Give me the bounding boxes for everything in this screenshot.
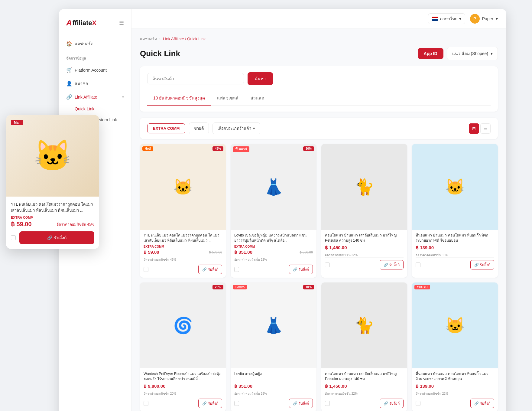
price: ฿ 139.00 bbox=[416, 383, 434, 389]
get-link-button[interactable]: 🔗 รับลิ้งก์ bbox=[380, 399, 404, 408]
floating-checkbox[interactable] bbox=[11, 235, 16, 240]
tabs-row: 10 อันดับค่าคอมมิชชั่นสูงสุด แฟลชเซลล์ ส… bbox=[147, 91, 491, 106]
product-card[interactable]: 🐱 YOUYU ที่นอนแมว บ้านแมว คอนโดแมว ที่นอ… bbox=[412, 282, 498, 411]
product-checkbox[interactable] bbox=[144, 267, 148, 272]
floating-price: ฿ 59.00 bbox=[11, 220, 32, 228]
sidebar-item-member[interactable]: 👤 สมาชิก bbox=[59, 77, 131, 90]
price-row: ฿ 1,450.00 bbox=[325, 245, 404, 250]
product-card[interactable]: 🐈 คอนโดแมว บ้านแมว เสาลับเล็บแมว มาถิใหญ… bbox=[321, 144, 407, 278]
get-link-button[interactable]: 🔗 รับลิ้งก์ bbox=[198, 399, 222, 408]
product-info: ที่นอนแมว บ้านแมว คอนโดแมว ที่นอนกิ๊ก แม… bbox=[412, 368, 498, 411]
product-card[interactable]: 🐱 Hot! 45% YTL ฝนเล็บแมว คอนโดแมวราคาถูก… bbox=[140, 144, 226, 278]
list-view-button[interactable]: ☰ bbox=[480, 123, 491, 134]
page-title: Quick Link bbox=[140, 49, 180, 58]
product-name: Wantech PetDryer Roomเป่าแมว เครื่องเป่า… bbox=[144, 371, 222, 382]
product-card[interactable]: 👗 ปิ๊บแมวซ์ 30% Lovito เบลเซอร์ผู้หญิง แ… bbox=[231, 144, 316, 278]
sold-filter[interactable]: ขายดี bbox=[189, 122, 209, 134]
product-checkbox[interactable] bbox=[234, 267, 239, 272]
header-actions: App ID แนว สีลม (Shopee) ▾ bbox=[418, 47, 498, 60]
content-area: แดชบอร์ด › Link Affiliate / Quick Link Q… bbox=[131, 28, 506, 411]
shopping-cart-icon: 🛒 bbox=[66, 67, 72, 73]
breadcrumb: แดชบอร์ด › Link Affiliate / Quick Link bbox=[140, 36, 498, 42]
floating-get-link-button[interactable]: 🔗 รับลิ้งก์ bbox=[19, 231, 94, 244]
tab-discount[interactable]: ส่วนลด bbox=[245, 91, 270, 106]
get-link-button[interactable]: 🔗 รับลิ้งก์ bbox=[470, 399, 494, 408]
product-card[interactable]: 🐈 คอนโดแมว บ้านแมว เสาลับเล็บแมว มาถิใหญ… bbox=[321, 282, 407, 411]
product-image: 🐈 bbox=[321, 144, 407, 230]
product-emoji: 🐱 bbox=[140, 144, 226, 230]
product-image: 🐈 bbox=[321, 282, 407, 368]
product-checkbox[interactable] bbox=[234, 401, 239, 406]
product-checkbox[interactable] bbox=[325, 263, 330, 267]
user-icon: 👤 bbox=[66, 81, 72, 86]
sidebar-item-platform-account[interactable]: 🛒 Platform Account bbox=[59, 64, 131, 77]
floating-card-name: YTL ฝนเล็บแมว คอนโดแมวราคาถูกคอน โดแมวเส… bbox=[11, 201, 94, 213]
product-card[interactable]: 👗 Lovito 10% Lovito เดรสผู้หญิง ฿ 351.00… bbox=[231, 282, 316, 411]
get-link-button[interactable]: 🔗 รับลิ้งก์ bbox=[198, 265, 222, 274]
product-grid: 🐱 Hot! 45% YTL ฝนเล็บแมว คอนโดแมวราคาถูก… bbox=[140, 144, 498, 411]
sidebar-section-label: จัดการข้อมูล bbox=[59, 51, 131, 64]
price: ฿ 9,800.00 bbox=[144, 383, 166, 389]
price-row: ฿ 9,800.00 bbox=[144, 383, 222, 389]
app-id-button[interactable]: App ID bbox=[418, 48, 443, 59]
product-emoji: 👗 bbox=[231, 144, 316, 230]
price-row: ฿ 59.00 ฿ 570.00 bbox=[144, 250, 222, 255]
price-row: ฿ 1,450.00 bbox=[325, 383, 404, 389]
topbar: ภาษาไทย ▾ P Paper ▾ bbox=[131, 9, 506, 28]
product-name: คอนโดแมว บ้านแมว เสาลับเล็บแมว มาถิใหญ่ … bbox=[325, 371, 404, 382]
product-card[interactable]: 🌀 20% Wantech PetDryer Roomเป่าแมว เครื่… bbox=[140, 282, 226, 411]
commission-badge: อัตราค่าคอมมิชชั่น 22% bbox=[325, 391, 404, 396]
extra-comm-filter[interactable]: EXTRA COMM bbox=[147, 123, 185, 133]
price: ฿ 1,450.00 bbox=[325, 245, 347, 250]
product-emoji: 🐱 bbox=[412, 144, 498, 230]
get-link-button[interactable]: 🔗 รับลิ้งก์ bbox=[380, 260, 404, 269]
get-link-button[interactable]: 🔗 รับลิ้งก์ bbox=[470, 260, 494, 269]
product-checkbox[interactable] bbox=[325, 401, 330, 406]
product-image: 👗 ปิ๊บแมวซ์ 30% bbox=[231, 144, 316, 230]
product-emoji: 👗 bbox=[231, 282, 316, 368]
search-card: ค้นหา 10 อันดับค่าคอมมิชชั่นสูงสุด แฟลชเ… bbox=[140, 66, 498, 112]
menu-toggle[interactable]: ☰ bbox=[119, 20, 124, 26]
user-menu[interactable]: P Paper ▾ bbox=[470, 14, 498, 24]
main-content: ภาษาไทย ▾ P Paper ▾ แดชบอร์ด › Link Aff bbox=[131, 9, 506, 411]
get-link-button[interactable]: 🔗 รับลิ้งก์ bbox=[289, 265, 313, 274]
product-checkbox[interactable] bbox=[144, 401, 148, 406]
link-icon: 🔗 bbox=[66, 94, 72, 100]
product-footer: 🔗 รับลิ้งก์ bbox=[325, 257, 404, 269]
link-icon: 🔗 bbox=[384, 401, 388, 406]
product-card[interactable]: 🐱 ที่นอนแมว บ้านแมว คอนโดแมว ที่นอนกิ๊ก … bbox=[412, 144, 498, 278]
link-icon: 🔗 bbox=[474, 263, 479, 267]
product-emoji: 🐈 bbox=[321, 144, 407, 230]
get-link-button[interactable]: 🔗 รับลิ้งก์ bbox=[289, 399, 313, 408]
product-info: Lovito เบลเซอร์ผู้หญิง แต่งกระเป๋าแปลตก … bbox=[231, 230, 316, 278]
original-price: ฿ 500.00 bbox=[300, 250, 313, 254]
filter-row: EXTRA COMM ขายดี เลือกประเภทร้านค้า ▾ ⊞ … bbox=[140, 118, 498, 139]
product-checkbox[interactable] bbox=[416, 401, 420, 406]
search-button[interactable]: ค้นหา bbox=[248, 72, 273, 85]
price: ฿ 351.00 bbox=[234, 383, 252, 389]
chevron-down-icon: ▾ bbox=[459, 16, 461, 21]
sidebar-item-dashboard[interactable]: 🏠 แดชบอร์ด bbox=[59, 37, 131, 51]
tab-top-commission[interactable]: 10 อันดับค่าคอมมิชชั่นสูงสุด bbox=[147, 91, 211, 106]
product-info: Wantech PetDryer Roomเป่าแมว เครื่องเป่า… bbox=[140, 368, 226, 411]
product-footer: 🔗 รับลิ้งก์ bbox=[144, 262, 222, 274]
product-name: Lovito เบลเซอร์ผู้หญิง แต่งกระเป๋าแปลตก … bbox=[234, 233, 313, 243]
sidebar-item-link-affiliate[interactable]: 🔗 Link Affiliate ▾ bbox=[59, 90, 131, 103]
shop-selector[interactable]: แนว สีลม (Shopee) ▾ bbox=[447, 47, 498, 60]
product-checkbox[interactable] bbox=[416, 263, 420, 267]
tab-flash-sale[interactable]: แฟลชเซลล์ bbox=[211, 91, 245, 106]
product-emoji: 🐱 bbox=[412, 282, 498, 368]
sidebar-subitem-quick-link[interactable]: Quick Link bbox=[59, 103, 131, 114]
link-icon: 🔗 bbox=[202, 401, 207, 406]
avatar: P bbox=[470, 14, 480, 24]
grid-view-button[interactable]: ⊞ bbox=[469, 123, 479, 134]
category-filter[interactable]: เลือกประเภทร้านค้า ▾ bbox=[212, 122, 260, 134]
discount-badge: 30% bbox=[303, 146, 314, 151]
link-icon: 🔗 bbox=[202, 267, 207, 272]
product-image: 👗 Lovito 10% bbox=[231, 282, 316, 368]
language-selector[interactable]: ภาษาไทย ▾ bbox=[428, 13, 465, 24]
search-input[interactable] bbox=[147, 73, 244, 84]
product-footer: 🔗 รับลิ้งก์ bbox=[416, 257, 494, 269]
original-price: ฿ 570.00 bbox=[209, 250, 222, 254]
link-icon: 🔗 bbox=[47, 235, 52, 240]
